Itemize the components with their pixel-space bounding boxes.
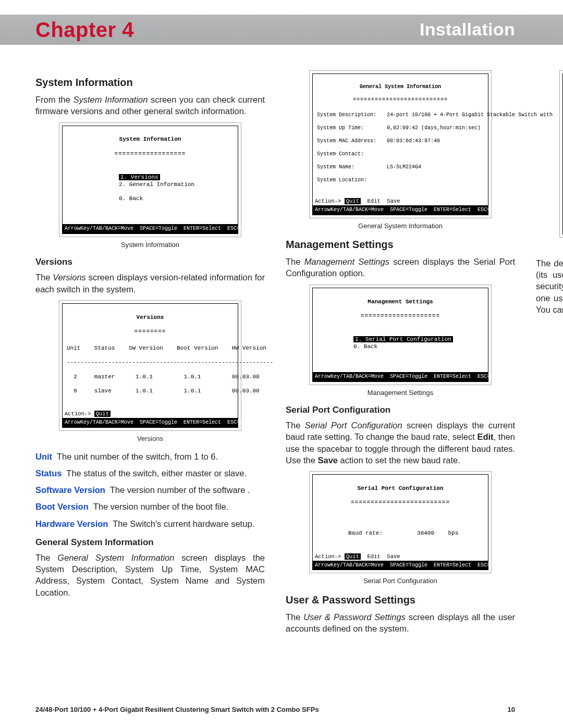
screen-underline: ======== [67, 328, 234, 336]
footer-product: 24/48-Port 10/100 + 4-Port Gigabit Resil… [35, 705, 319, 714]
status-bar: ArrowKey/TAB/BACK=Move SPACE=Toggle ENTE… [313, 561, 488, 570]
screen-title: Management Settings [317, 299, 484, 306]
lbl: System MAC Address: [317, 138, 374, 145]
text: The [35, 273, 53, 282]
terminal-frame: General System Information =============… [312, 73, 488, 215]
text: action to set the new baud rate. [338, 455, 460, 465]
page-footer: 24/48-Port 10/100 + 4-Port Gigabit Resil… [35, 705, 515, 714]
def-software-version: The version number of the software . [110, 485, 250, 495]
page-number: 10 [508, 705, 515, 714]
para-versions: The Versions screen displays version-rel… [35, 272, 265, 295]
caption-system-information: System Information [35, 240, 265, 250]
def-boot-version: The version number of the boot file. [93, 502, 229, 511]
term-boot-version: Boot Version [35, 502, 89, 511]
para-serial: The Serial Port Configuration screen dis… [286, 419, 515, 466]
para-userpw-note: The default account is admin. You cannot… [536, 257, 563, 315]
screen-underline: ================== [67, 151, 234, 158]
para-gsi: The General System Information screen di… [35, 552, 265, 598]
heading-management-settings: Management Settings [286, 238, 515, 252]
term-unit: Unit [35, 452, 52, 461]
action-quit: Quit [345, 553, 361, 560]
status-bar: ArrowKey/TAB/BACK=Move SPACE=Toggle ENTE… [63, 224, 238, 233]
action-rest: Edit Save [361, 198, 400, 204]
screen-underline: ==================== [317, 313, 484, 320]
menu-item-back: 0. Back [353, 343, 484, 351]
text: The [286, 257, 304, 266]
text: The [286, 612, 303, 622]
italic-term: Management Settings [304, 257, 389, 266]
terminal-frame: System Information ================== 1.… [62, 126, 238, 234]
caption-serial: Serial Port Configuration [286, 576, 515, 586]
text: The [35, 553, 57, 562]
lbl: System Location: [317, 177, 374, 184]
menu-item-serial-port: 1. Serial Port Configuration [353, 336, 453, 342]
italic-term: General System Information [57, 553, 174, 562]
heading-serial-port: Serial Port Configuration [286, 404, 515, 416]
action-bar: Action-> Quit Edit Save [313, 552, 488, 561]
caption-versions: Versions [35, 434, 265, 443]
term-status: Status [35, 468, 62, 478]
menu-item-back: 0. Back [119, 195, 234, 203]
action-rest: Edit Save [361, 553, 400, 560]
bold-edit: Edit [477, 432, 493, 441]
caption-mgmt: Management Settings [286, 388, 515, 398]
figure-mgmt: Management Settings ====================… [309, 285, 492, 385]
table-row: 6 slave 1.0.1 1.0.1 00.03.00 [67, 388, 234, 395]
action-quit: Quit [345, 198, 361, 204]
screen-title: System Information [67, 136, 234, 143]
caption-userpw: User & Password Settings [536, 241, 563, 250]
heading-versions: Versions [35, 256, 265, 268]
italic-term: System Information [73, 95, 148, 104]
val: 0,02:09:42 (days,hour:min:sec) [387, 125, 481, 132]
status-bar: ArrowKey/TAB/BACK=Move SPACE=Toggle ENTE… [313, 205, 488, 215]
screen-title: Versions [67, 314, 234, 322]
para-system-information: From the System Information screen you c… [35, 94, 265, 117]
lbl: System Contact: [317, 151, 374, 158]
status-bar: ArrowKey/TAB/BACK=Move SPACE=Toggle ENTE… [63, 418, 238, 427]
menu-item-general-info: 2. General Information [119, 181, 234, 189]
figure-userpw: Username & Password Settings ===========… [559, 70, 563, 238]
content: System Information From the System Infor… [35, 70, 515, 692]
figure-gsi: General System Information =============… [309, 70, 492, 218]
definitions: Unit The unit number of the switch, from… [35, 451, 265, 529]
action-quit: Quit [94, 411, 111, 417]
action-bar: Action-> Quit [63, 409, 238, 418]
action-label: Action-> [315, 553, 341, 560]
term-hardware-version: Hardware Version [35, 519, 108, 528]
lbl: System Name: [317, 164, 374, 171]
action-bar: Action-> Quit Edit Save [313, 196, 488, 205]
figure-versions: Versions ======== Unit Status SW Version… [59, 300, 241, 431]
status-bar: ArrowKey/TAB/BACK=Move SPACE=Toggle ENTE… [313, 372, 488, 381]
menu-item-versions: 1. Versions [119, 174, 160, 180]
para-userpw: The User & Password Settings screen disp… [286, 611, 515, 635]
terminal-screen: Management Settings ====================… [313, 288, 488, 372]
chapter-label: Chapter 4 [35, 16, 134, 44]
terminal-screen: System Information ================== 1.… [63, 126, 238, 225]
figure-serial: Serial Port Configuration ==============… [309, 471, 492, 573]
table-row: 2 master 1.0.1 1.0.1 00.03.00 [67, 374, 234, 381]
heading-user-password: User & Password Settings [286, 593, 515, 607]
terminal-screen: General System Information =============… [313, 74, 488, 196]
chapter-title: Installation [420, 18, 515, 42]
val: 24-port 10/100 + 4-Port Gigabit Stackabl… [387, 112, 553, 119]
italic-term: User & Password Settings [303, 612, 406, 622]
terminal-screen: Versions ======== Unit Status SW Version… [63, 304, 238, 410]
action-label: Action-> [65, 411, 91, 417]
table-header: Unit Status SW Version Boot Version HW V… [67, 345, 234, 352]
action-label: Action-> [315, 198, 341, 204]
terminal-frame: Versions ======== Unit Status SW Version… [62, 303, 238, 428]
italic-term: Versions [53, 273, 86, 282]
page-header: Chapter 4 Installation [0, 15, 563, 45]
terminal-frame: Serial Port Configuration ==============… [312, 474, 488, 570]
figure-system-information: System Information ================== 1.… [59, 122, 241, 237]
lbl: System Up Time: [317, 125, 374, 132]
lbl: System Description: [317, 112, 374, 119]
bold-save: Save [317, 455, 338, 465]
screen-title: Serial Port Configuration [317, 485, 484, 492]
val: 00:03:6d:43:97:40 [387, 138, 440, 145]
baud-label: Baud rate: [348, 530, 383, 536]
def-unit: The unit number of the switch, from 1 to… [57, 452, 218, 461]
text: The default account is [536, 258, 563, 268]
terminal-screen: Serial Port Configuration ==============… [313, 475, 488, 552]
heading-system-information: System Information [35, 76, 265, 90]
